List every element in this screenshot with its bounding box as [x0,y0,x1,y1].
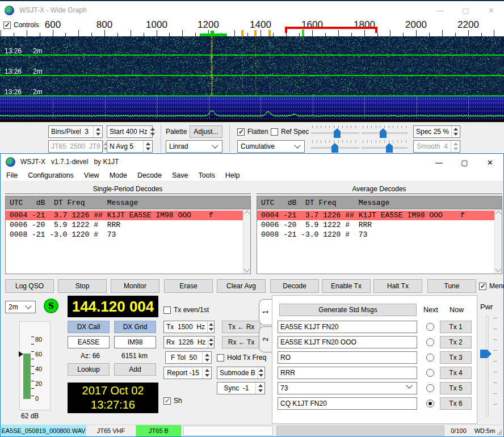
spinner-arrows-icon[interactable] [255,383,264,394]
controls-checkbox[interactable]: Controls [3,21,39,29]
tab-2[interactable]: 2 [259,326,272,352]
menu-help[interactable]: Help [220,171,245,179]
tx4-now-button[interactable]: Tx 4 [440,367,472,379]
pwr-slider-handle[interactable] [480,350,492,358]
menu-view[interactable]: View [79,171,104,179]
menu-configurations[interactable]: Configurations [23,171,79,179]
tx1-message-input[interactable] [278,321,417,333]
close-icon[interactable]: ✕ [477,154,503,170]
tx-even-checkbox-box[interactable] [163,306,171,314]
tx5-next-radio[interactable] [426,384,434,392]
zero-slider-2[interactable] [362,140,408,153]
menu-mode[interactable]: Mode [104,171,132,179]
erase-button[interactable]: Erase [164,279,213,293]
palette-select[interactable]: Linrad [166,140,222,153]
menu-file[interactable]: File [1,171,23,179]
decode-row[interactable]: 0006 -20 5.9 1222 # RRR [257,220,494,230]
spinner-arrows-icon[interactable] [258,367,264,379]
lookup-button[interactable]: Lookup [68,363,110,376]
spec-percent-spinner[interactable]: Spec 25 % [413,125,460,138]
hold-tx-freq-checkbox[interactable]: Hold Tx Freq [217,354,266,362]
display-mode-select[interactable]: Cumulative [237,140,305,153]
spinner-arrows-icon[interactable] [93,126,102,137]
dx-call-field[interactable]: EA5SE [68,336,110,348]
log-qso-button[interactable]: Log QSO [5,279,54,293]
tx3-message-input[interactable] [278,351,417,364]
slider-handle[interactable] [386,143,393,153]
n-avg-spinner[interactable]: N Avg 5 [107,140,153,153]
bins-per-pixel-spinner[interactable]: Bins/Pixel 3 [48,125,103,138]
maximize-icon[interactable]: ▢ [453,2,478,18]
sync-spinner[interactable]: Sync -1 [217,382,265,394]
add-button[interactable]: Add [114,363,156,376]
sh-checkbox[interactable]: Sh [163,397,182,405]
hold-tx-freq-checkbox-box[interactable] [217,354,224,362]
rx-from-tx-button[interactable]: Rx ← Tx [222,336,261,348]
tx1-now-button[interactable]: Tx 1 [440,321,472,333]
frequency-scale[interactable]: Controls 600 800 1000 1200 1400 1600 180… [0,18,504,36]
scrollbar[interactable] [243,209,250,274]
report-spinner[interactable]: Report -15 [163,367,212,379]
flatten-checkbox-box[interactable] [237,128,245,136]
scroll-down-icon[interactable] [495,266,501,272]
spinner-arrows-icon[interactable] [143,141,152,152]
tx3-next-radio[interactable] [426,354,434,362]
spinner-arrows-icon[interactable] [451,126,460,137]
start-freq-spinner[interactable]: Start 400 Hz [107,125,153,138]
monitor-button[interactable]: Monitor [111,279,159,293]
pwr-slider-groove[interactable] [486,316,489,417]
gain-slider-2[interactable] [311,140,359,153]
tx4-message-input[interactable] [278,367,417,379]
tab-1[interactable]: 1 [259,299,272,325]
tx2-now-button[interactable]: Tx 2 [440,336,472,348]
spinner-arrows-icon[interactable] [207,321,214,333]
menu-tools[interactable]: Tools [194,171,220,179]
tx2-message-input[interactable] [278,336,417,348]
tx6-next-radio[interactable] [426,400,434,407]
close-icon[interactable]: ✕ [478,2,504,18]
scroll-up-icon[interactable] [495,211,501,217]
generate-std-msgs-button[interactable]: Generate Std Msgs [279,304,417,316]
menu-decode[interactable]: Decode [132,171,167,179]
slider-handle[interactable] [331,143,338,153]
tune-button[interactable]: Tune [427,279,476,293]
minimize-icon[interactable]: — [426,154,452,170]
ref-spec-checkbox-box[interactable] [271,128,278,136]
tx1-next-radio[interactable] [426,323,434,331]
menus-checkbox[interactable]: Menus [479,282,504,290]
tx3-now-button[interactable]: Tx 3 [440,351,472,364]
controls-checkbox-box[interactable] [3,22,11,29]
tx6-message-input[interactable] [278,397,417,410]
decode-row[interactable]: 0004 -21 3.7 1226 ## K1JT EA5SE IM98 OOO… [6,211,243,220]
decode-row[interactable]: 0006 -20 5.9 1222 # RRR [6,220,243,230]
tx2-next-radio[interactable] [426,338,434,346]
scrollbar[interactable] [494,209,502,274]
dx-grid-field[interactable]: IM98 [114,336,156,348]
band-select[interactable]: 2m [5,301,36,313]
decode-row[interactable]: 0008 -21 -3.0 1220 # 73 [6,230,243,239]
main-titlebar[interactable]: WSJT-X v1.7.1-devel by K1JT — ▢ ✕ [1,154,503,169]
flatten-checkbox[interactable]: Flatten [237,128,268,136]
spinner-arrows-icon[interactable] [202,367,211,379]
dx-call-button[interactable]: DX Call [68,321,110,333]
tx4-next-radio[interactable] [426,369,434,377]
slider-groove[interactable] [362,147,408,149]
tx6-now-button[interactable]: Tx 6 [440,397,472,410]
menus-checkbox-box[interactable] [479,283,486,290]
decode-row[interactable]: 0004 -21 3.7 1226 ## K1JT EA5SE IM98 OOO… [257,211,494,220]
palette-adjust-button[interactable]: Adjust... [190,125,222,138]
tx-from-rx-button[interactable]: Tx ← Rx [222,321,261,333]
clear-avg-button[interactable]: Clear Avg [217,279,266,293]
enable-tx-button[interactable]: Enable Tx [322,279,371,293]
tx5-message-combo[interactable] [278,382,417,394]
maximize-icon[interactable]: ▢ [452,154,477,170]
scroll-down-icon[interactable] [243,266,250,272]
slider-handle[interactable] [380,128,387,138]
tx5-now-button[interactable]: Tx 5 [440,382,472,394]
submode-spinner[interactable]: Submode B [217,367,265,379]
minimize-icon[interactable]: — [427,2,453,18]
resize-grip[interactable] [497,430,502,435]
f-tol-spinner[interactable]: F Tol 50 [165,351,212,364]
sh-checkbox-box[interactable] [163,397,171,405]
halt-tx-button[interactable]: Halt Tx [373,279,422,293]
